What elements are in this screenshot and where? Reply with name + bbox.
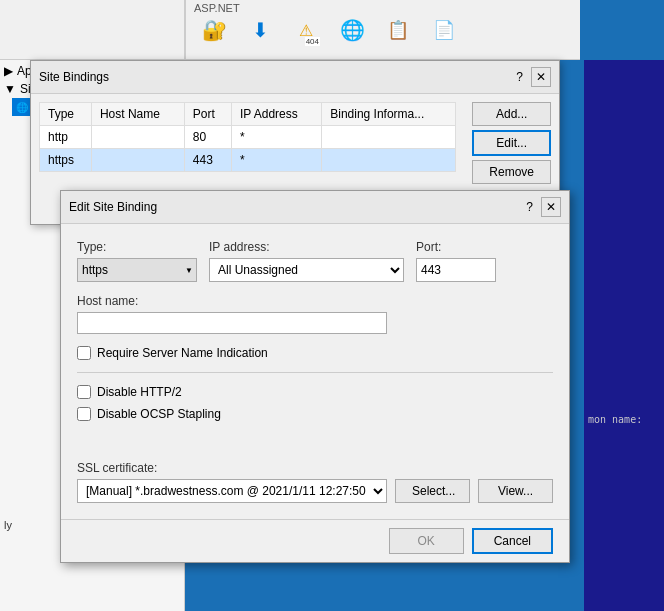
bindings-right-buttons: Add... Edit... Remove — [472, 102, 551, 184]
table-row[interactable]: http 80 * — [40, 126, 456, 149]
cert-icon: 🔐 — [198, 14, 230, 46]
edit-binding-help[interactable]: ? — [526, 200, 533, 214]
require-sni-label: Require Server Name Indication — [97, 346, 268, 360]
asp-toolbar: ASP.NET 🔐 ⬇ ⚠ 404 🌐 📋 📄 — [185, 0, 580, 60]
view-button[interactable]: View... — [478, 479, 553, 503]
host-name-input[interactable] — [77, 312, 387, 334]
globe-toolbar-icon[interactable]: 🌐 — [332, 10, 372, 50]
host-name-group: Host name: — [77, 294, 553, 334]
type-label: Type: — [77, 240, 197, 254]
bindings-table-wrapper: Type Host Name Port IP Address Binding I… — [39, 102, 456, 172]
type-select-wrapper: https ▼ — [77, 258, 197, 282]
col-binding-info: Binding Informa... — [322, 103, 456, 126]
browse-label: ly — [4, 519, 12, 531]
disable-ocsp-row: Disable OCSP Stapling — [77, 407, 553, 421]
ssl-certificate-select[interactable]: [Manual] *.bradwestness.com @ 2021/1/11 … — [77, 479, 387, 503]
row1-binding — [322, 126, 456, 149]
row2-hostname — [91, 149, 184, 172]
site-bindings-title: Site Bindings — [39, 70, 109, 84]
disable-http2-row: Disable HTTP/2 — [77, 385, 553, 399]
col-port: Port — [184, 103, 231, 126]
edit-binding-close[interactable]: ✕ — [541, 197, 561, 217]
ip-address-select[interactable]: All Unassigned — [209, 258, 404, 282]
row1-type: http — [40, 126, 92, 149]
ssl-row: [Manual] *.bradwestness.com @ 2021/1/11 … — [77, 479, 553, 503]
edit-binding-title: Edit Site Binding — [69, 200, 157, 214]
error-icon: ⚠ 404 — [290, 14, 322, 46]
console-text: mon name: — [588, 414, 660, 425]
type-ip-port-row: Type: https ▼ IP address: All Unassigned… — [77, 240, 553, 282]
type-select[interactable]: https — [77, 258, 197, 282]
row1-port: 80 — [184, 126, 231, 149]
require-sni-checkbox[interactable] — [77, 346, 91, 360]
ip-address-label: IP address: — [209, 240, 404, 254]
download-icon: ⬇ — [244, 14, 276, 46]
select-button[interactable]: Select... — [395, 479, 470, 503]
type-group: Type: https ▼ — [77, 240, 197, 282]
remove-button[interactable]: Remove — [472, 160, 551, 184]
modules-icon: 📋 — [382, 14, 414, 46]
row2-port: 443 — [184, 149, 231, 172]
ssl-section: SSL certificate: [Manual] *.bradwestness… — [77, 461, 553, 503]
disable-http2-label: Disable HTTP/2 — [97, 385, 182, 399]
dialog-controls: ? ✕ — [516, 67, 551, 87]
disable-http2-checkbox[interactable] — [77, 385, 91, 399]
edit-button[interactable]: Edit... — [472, 130, 551, 156]
port-label: Port: — [416, 240, 496, 254]
col-host-name: Host Name — [91, 103, 184, 126]
modules-toolbar-icon[interactable]: 📋 — [378, 10, 418, 50]
row2-binding — [322, 149, 456, 172]
cancel-button[interactable]: Cancel — [472, 528, 553, 554]
globe-icon: 🌐 — [336, 14, 368, 46]
site-bindings-close[interactable]: ✕ — [531, 67, 551, 87]
edit-site-binding-dialog: Edit Site Binding ? ✕ Type: https ▼ IP a… — [60, 190, 570, 563]
ok-button[interactable]: OK — [389, 528, 464, 554]
redirect-toolbar-icon[interactable]: 📄 — [424, 10, 464, 50]
console-panel: mon name: — [584, 60, 664, 611]
disable-ocsp-label: Disable OCSP Stapling — [97, 407, 221, 421]
port-input[interactable] — [416, 258, 496, 282]
error-pages-toolbar-icon[interactable]: ⚠ 404 — [286, 10, 326, 50]
port-group: Port: — [416, 240, 496, 282]
bindings-table: Type Host Name Port IP Address Binding I… — [39, 102, 456, 172]
row1-ip: * — [231, 126, 321, 149]
separator1 — [77, 372, 553, 373]
site-bindings-titlebar: Site Bindings ? ✕ — [31, 61, 559, 94]
require-sni-row: Require Server Name Indication — [77, 346, 553, 360]
edit-dialog-controls: ? ✕ — [526, 197, 561, 217]
table-row[interactable]: https 443 * — [40, 149, 456, 172]
certificate-toolbar-icon[interactable]: 🔐 — [194, 10, 234, 50]
edit-binding-footer: OK Cancel — [61, 519, 569, 562]
edit-binding-content: Type: https ▼ IP address: All Unassigned… — [61, 224, 569, 519]
host-name-label: Host name: — [77, 294, 553, 308]
col-ip-address: IP Address — [231, 103, 321, 126]
redirect-icon: 📄 — [428, 14, 460, 46]
col-type: Type — [40, 103, 92, 126]
iis-toolbar — [0, 0, 184, 60]
row2-type: https — [40, 149, 92, 172]
site-bindings-help[interactable]: ? — [516, 70, 523, 84]
ip-address-group: IP address: All Unassigned — [209, 240, 404, 282]
ssl-certificate-label: SSL certificate: — [77, 461, 553, 475]
download-toolbar-icon[interactable]: ⬇ — [240, 10, 280, 50]
add-button[interactable]: Add... — [472, 102, 551, 126]
row1-hostname — [91, 126, 184, 149]
edit-binding-titlebar: Edit Site Binding ? ✕ — [61, 191, 569, 224]
row2-ip: * — [231, 149, 321, 172]
bindings-body: Type Host Name Port IP Address Binding I… — [39, 102, 551, 184]
disable-ocsp-checkbox[interactable] — [77, 407, 91, 421]
